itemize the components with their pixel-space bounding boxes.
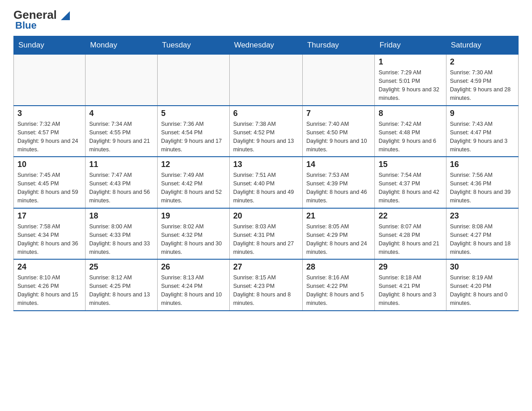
day-number: 14 — [306, 160, 371, 169]
calendar-cell: 16Sunrise: 7:56 AMSunset: 4:36 PMDayligh… — [446, 157, 518, 208]
weekday-header-saturday: Saturday — [446, 36, 518, 55]
day-number: 4 — [89, 109, 154, 118]
day-info: Sunrise: 7:34 AMSunset: 4:55 PMDaylight:… — [89, 121, 150, 153]
day-info: Sunrise: 8:16 AMSunset: 4:22 PMDaylight:… — [306, 274, 364, 306]
day-info: Sunrise: 7:43 AMSunset: 4:47 PMDaylight:… — [450, 121, 508, 153]
day-info: Sunrise: 8:18 AMSunset: 4:21 PMDaylight:… — [378, 274, 436, 306]
calendar-cell: 22Sunrise: 8:07 AMSunset: 4:28 PMDayligh… — [375, 208, 446, 260]
day-number: 13 — [233, 160, 299, 169]
calendar-week-5: 24Sunrise: 8:10 AMSunset: 4:26 PMDayligh… — [14, 259, 519, 311]
calendar-cell — [14, 55, 86, 106]
calendar-cell: 29Sunrise: 8:18 AMSunset: 4:21 PMDayligh… — [375, 259, 446, 311]
day-info: Sunrise: 8:13 AMSunset: 4:24 PMDaylight:… — [161, 274, 222, 306]
day-info: Sunrise: 7:49 AMSunset: 4:42 PMDaylight:… — [161, 172, 222, 204]
day-number: 16 — [450, 160, 515, 169]
calendar-cell — [86, 55, 158, 106]
day-info: Sunrise: 8:10 AMSunset: 4:26 PMDaylight:… — [17, 274, 78, 306]
calendar-week-4: 17Sunrise: 7:58 AMSunset: 4:34 PMDayligh… — [14, 208, 519, 260]
calendar-cell: 6Sunrise: 7:38 AMSunset: 4:52 PMDaylight… — [229, 106, 302, 157]
calendar-cell: 21Sunrise: 8:05 AMSunset: 4:29 PMDayligh… — [302, 208, 375, 260]
day-number: 28 — [306, 262, 371, 272]
day-number: 25 — [89, 262, 154, 272]
weekday-header-wednesday: Wednesday — [229, 36, 302, 55]
day-info: Sunrise: 8:00 AMSunset: 4:33 PMDaylight:… — [89, 223, 150, 255]
weekday-header-monday: Monday — [86, 36, 158, 55]
calendar-week-1: 1Sunrise: 7:29 AMSunset: 5:01 PMDaylight… — [14, 55, 519, 106]
day-info: Sunrise: 7:51 AMSunset: 4:40 PMDaylight:… — [233, 172, 294, 204]
day-number: 8 — [378, 109, 442, 118]
day-number: 20 — [233, 211, 299, 221]
calendar-cell — [302, 55, 375, 106]
calendar-cell: 12Sunrise: 7:49 AMSunset: 4:42 PMDayligh… — [157, 157, 229, 208]
weekday-header-friday: Friday — [375, 36, 446, 55]
day-number: 2 — [450, 57, 515, 67]
calendar-cell: 1Sunrise: 7:29 AMSunset: 5:01 PMDaylight… — [375, 55, 446, 106]
day-number: 26 — [161, 262, 226, 272]
svg-marker-0 — [61, 11, 70, 20]
calendar-cell: 9Sunrise: 7:43 AMSunset: 4:47 PMDaylight… — [446, 106, 518, 157]
day-number: 18 — [89, 211, 154, 221]
day-info: Sunrise: 8:12 AMSunset: 4:25 PMDaylight:… — [89, 274, 150, 306]
day-number: 30 — [450, 262, 515, 272]
calendar-cell: 24Sunrise: 8:10 AMSunset: 4:26 PMDayligh… — [14, 259, 86, 311]
day-info: Sunrise: 7:47 AMSunset: 4:43 PMDaylight:… — [89, 172, 150, 204]
day-info: Sunrise: 7:32 AMSunset: 4:57 PMDaylight:… — [17, 121, 78, 153]
calendar-cell: 17Sunrise: 7:58 AMSunset: 4:34 PMDayligh… — [14, 208, 86, 260]
logo-blue-text: Blue — [13, 20, 37, 31]
day-info: Sunrise: 7:29 AMSunset: 5:01 PMDaylight:… — [378, 69, 439, 101]
day-info: Sunrise: 7:53 AMSunset: 4:39 PMDaylight:… — [306, 172, 367, 204]
weekday-header-tuesday: Tuesday — [157, 36, 229, 55]
calendar-body: 1Sunrise: 7:29 AMSunset: 5:01 PMDaylight… — [14, 55, 519, 311]
calendar-cell: 23Sunrise: 8:08 AMSunset: 4:27 PMDayligh… — [446, 208, 518, 260]
day-info: Sunrise: 7:54 AMSunset: 4:37 PMDaylight:… — [378, 172, 439, 204]
calendar-cell: 2Sunrise: 7:30 AMSunset: 4:59 PMDaylight… — [446, 55, 518, 106]
day-number: 17 — [17, 211, 82, 221]
day-info: Sunrise: 7:30 AMSunset: 4:59 PMDaylight:… — [450, 69, 511, 101]
calendar-cell — [157, 55, 229, 106]
calendar-cell: 8Sunrise: 7:42 AMSunset: 4:48 PMDaylight… — [375, 106, 446, 157]
calendar-cell — [229, 55, 302, 106]
day-number: 7 — [306, 109, 371, 118]
day-info: Sunrise: 7:56 AMSunset: 4:36 PMDaylight:… — [450, 172, 511, 204]
calendar-cell: 25Sunrise: 8:12 AMSunset: 4:25 PMDayligh… — [86, 259, 158, 311]
day-number: 22 — [378, 211, 442, 221]
day-number: 11 — [89, 160, 154, 169]
day-info: Sunrise: 8:07 AMSunset: 4:28 PMDaylight:… — [378, 223, 439, 255]
calendar-week-3: 10Sunrise: 7:45 AMSunset: 4:45 PMDayligh… — [14, 157, 519, 208]
page-header: General Blue — [13, 9, 519, 31]
day-info: Sunrise: 8:03 AMSunset: 4:31 PMDaylight:… — [233, 223, 294, 255]
day-number: 9 — [450, 109, 515, 118]
logo-general-text: General — [13, 9, 70, 21]
day-number: 29 — [378, 262, 442, 272]
day-number: 19 — [161, 211, 226, 221]
day-number: 3 — [17, 109, 82, 118]
weekday-header-row: SundayMondayTuesdayWednesdayThursdayFrid… — [14, 36, 519, 55]
calendar-cell: 18Sunrise: 8:00 AMSunset: 4:33 PMDayligh… — [86, 208, 158, 260]
day-info: Sunrise: 8:02 AMSunset: 4:32 PMDaylight:… — [161, 223, 222, 255]
day-info: Sunrise: 7:45 AMSunset: 4:45 PMDaylight:… — [17, 172, 78, 204]
day-info: Sunrise: 8:05 AMSunset: 4:29 PMDaylight:… — [306, 223, 367, 255]
calendar-cell: 5Sunrise: 7:36 AMSunset: 4:54 PMDaylight… — [157, 106, 229, 157]
day-info: Sunrise: 8:15 AMSunset: 4:23 PMDaylight:… — [233, 274, 291, 306]
day-info: Sunrise: 7:40 AMSunset: 4:50 PMDaylight:… — [306, 121, 367, 153]
calendar-cell: 4Sunrise: 7:34 AMSunset: 4:55 PMDaylight… — [86, 106, 158, 157]
calendar-cell: 20Sunrise: 8:03 AMSunset: 4:31 PMDayligh… — [229, 208, 302, 260]
calendar-cell: 7Sunrise: 7:40 AMSunset: 4:50 PMDaylight… — [302, 106, 375, 157]
calendar-cell: 15Sunrise: 7:54 AMSunset: 4:37 PMDayligh… — [375, 157, 446, 208]
calendar-cell: 10Sunrise: 7:45 AMSunset: 4:45 PMDayligh… — [14, 157, 86, 208]
calendar-cell: 27Sunrise: 8:15 AMSunset: 4:23 PMDayligh… — [229, 259, 302, 311]
calendar-cell: 19Sunrise: 8:02 AMSunset: 4:32 PMDayligh… — [157, 208, 229, 260]
day-number: 24 — [17, 262, 82, 272]
calendar-cell: 3Sunrise: 7:32 AMSunset: 4:57 PMDaylight… — [14, 106, 86, 157]
day-info: Sunrise: 7:36 AMSunset: 4:54 PMDaylight:… — [161, 121, 222, 153]
weekday-header-sunday: Sunday — [14, 36, 86, 55]
day-number: 6 — [233, 109, 299, 118]
calendar-table: SundayMondayTuesdayWednesdayThursdayFrid… — [13, 36, 519, 311]
day-number: 27 — [233, 262, 299, 272]
calendar-week-2: 3Sunrise: 7:32 AMSunset: 4:57 PMDaylight… — [14, 106, 519, 157]
calendar-cell: 14Sunrise: 7:53 AMSunset: 4:39 PMDayligh… — [302, 157, 375, 208]
day-info: Sunrise: 7:42 AMSunset: 4:48 PMDaylight:… — [378, 121, 436, 153]
weekday-header-thursday: Thursday — [302, 36, 375, 55]
day-number: 1 — [378, 57, 442, 67]
calendar-header: SundayMondayTuesdayWednesdayThursdayFrid… — [14, 36, 519, 55]
